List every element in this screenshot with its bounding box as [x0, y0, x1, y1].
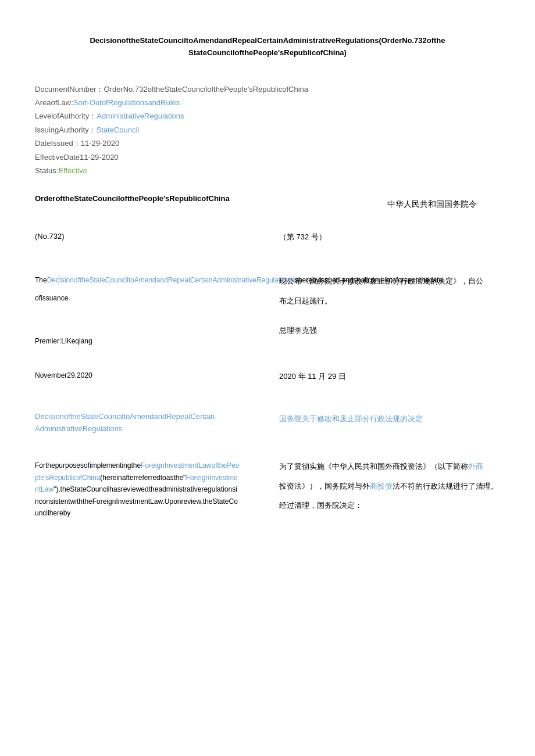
- section-title-section: DecisionoftheStateCounciltoAmendandRepea…: [35, 411, 500, 438]
- premier-cn: 总理李克强: [279, 324, 500, 337]
- order-number-left: (No.732): [35, 220, 268, 252]
- area-value[interactable]: Sort-OutofRegulationsandRules: [73, 96, 180, 109]
- main-title-line2: StateCouncilofthePeople'sRepublicofChina…: [35, 47, 500, 59]
- shangtouz-link[interactable]: 商投资: [370, 482, 393, 490]
- date-section: November29,2020 2020 年 11 月 29 日: [35, 370, 500, 389]
- document-number-row: DocumentNumber： OrderNo.732oftheStateCou…: [35, 83, 500, 96]
- effective-date-value: 11-29-2020: [80, 151, 119, 164]
- body2-cn-3: 法不符的行政法规进行了清理。: [393, 482, 498, 490]
- status-value: Effective: [58, 164, 87, 177]
- body-text-cn-1: 现公布《国务院关于修改和废止部分行政法规的决定》，自公: [279, 274, 500, 288]
- order-number-en: (No.732): [35, 232, 256, 241]
- doc-number-label: DocumentNumber：: [35, 83, 104, 96]
- premier-left: Premier:LiKeqiang: [35, 324, 268, 359]
- order-heading-cn: 中华人民共和国国务院令: [279, 199, 500, 210]
- effective-date-label: EffectiveDate: [35, 151, 80, 164]
- date-right: 2020 年 11 月 29 日: [268, 370, 500, 389]
- section-title-cn: 国务院关于修改和废止部分行政法规的决定: [279, 414, 500, 424]
- section-title-en: DecisionoftheStateCounciltoAmendandRepea…: [35, 411, 256, 435]
- body2-cn-line3: 经过清理，国务院决定：: [279, 499, 500, 512]
- body2-cn: 为了贯彻实施《中华人民共和国外商投资法》（以下简称外商: [279, 460, 500, 473]
- premier-section: Premier:LiKeqiang 总理李克强: [35, 324, 500, 359]
- body2-cn-2: 投资法》），国务院对与外: [279, 482, 370, 490]
- section-title-cn-link[interactable]: 国务院关于修改和废止部分行政法规的决定: [279, 414, 423, 423]
- section-title-en-1[interactable]: DecisionoftheStateCounciltoAmendandRepea…: [35, 412, 215, 421]
- body-section-2: ForthepurposesofimplementingtheForeignIn…: [35, 460, 500, 525]
- date-issued-label: DateIssued：: [35, 137, 81, 150]
- body2-en-part2: (hereinafterreferredtoasthe": [100, 474, 186, 482]
- body-left-1: TheDecisionoftheStaleCounciltoAmendandRe…: [35, 274, 268, 313]
- area-label: AreaofLaw:: [35, 96, 73, 109]
- premier-en: Premier:LiKeqiang: [35, 335, 256, 347]
- decision-link[interactable]: DecisionoftheStaleCounciltoAmendandRepea…: [47, 276, 294, 284]
- body-section-1: TheDecisionoftheStaleCounciltoAmendandRe…: [35, 274, 500, 313]
- body2-en-part4: nconsistentwiththeForeignInvestmentLaw.U…: [35, 497, 238, 506]
- section-title-left: DecisionoftheStateCounciltoAmendandRepea…: [35, 411, 268, 438]
- body2-en: ForthepurposesofimplementingtheForeignIn…: [35, 460, 256, 519]
- status-row: Status: Effective: [35, 164, 500, 177]
- level-authority-row: LevelofAuthority： AdministrativeRegulati…: [35, 109, 500, 123]
- date-issued-value: 11-29-2020: [81, 137, 120, 150]
- body2-cn-1: 为了贯彻实施《中华人民共和国外商投资法》（以下简称: [279, 462, 468, 471]
- waishang-link[interactable]: 外商: [468, 462, 483, 471]
- status-label: Status:: [35, 164, 58, 177]
- section-title-en-2[interactable]: AdministrativeRegulations: [35, 424, 122, 433]
- order-number-right: （第 732 号）: [268, 220, 500, 252]
- level-value[interactable]: AdministrativeRegulations: [97, 109, 184, 123]
- body-text-cn-2: 布之日起施行。: [279, 294, 500, 307]
- issuing-label: IssuingAuthority：: [35, 123, 97, 137]
- foreign-invest-link3[interactable]: ForeignInvestme: [186, 474, 237, 482]
- body2-en-part3: "),theStateCouncilhasreviewedtheadminist…: [54, 485, 237, 493]
- body-right-1: 现公布《国务院关于修改和废止部分行政法规的决定》，自公 布之日起施行。: [268, 274, 500, 313]
- body2-en-part1: Forthepurposesofimplementingthe: [35, 461, 141, 470]
- body2-right: 为了贯彻实施《中华人民共和国外商投资法》（以下简称外商 投资法》），国务院对与外…: [268, 460, 500, 525]
- foreign-invest-link4[interactable]: ntLaw: [35, 485, 54, 493]
- order-number-section: (No.732) （第 732 号）: [35, 220, 500, 252]
- order-number-cn: （第 732 号）: [279, 232, 500, 242]
- effective-date-row: EffectiveDate 11-29-2020: [35, 151, 500, 164]
- page-container: DecisionoftheStateCounciltoAmendandRepea…: [0, 0, 535, 756]
- doc-number-value: OrderNo.732oftheStateCouncilofthePeople'…: [104, 83, 309, 96]
- premier-right: 总理李克强: [268, 324, 500, 359]
- order-heading-section: OrderoftheStateCouncilofthePeople'sRepub…: [35, 194, 500, 210]
- section-title-right: 国务院关于修改和废止部分行政法规的决定: [268, 411, 500, 438]
- metadata-section: DocumentNumber： OrderNo.732oftheStateCou…: [35, 83, 500, 178]
- body2-en-part5: uncilhereby: [35, 509, 70, 517]
- body2-cn-line2: 投资法》），国务院对与外商投资法不符的行政法规进行了清理。: [279, 479, 500, 493]
- issuing-authority-row: IssuingAuthority： StateCouncil: [35, 123, 500, 137]
- level-label: LevelofAuthority：: [35, 109, 97, 123]
- main-title: DecisionoftheStateCounciltoAmendandRepea…: [35, 35, 500, 59]
- date-en: November29,2020: [35, 370, 256, 381]
- main-title-line1: DecisionoftheStateCounciltoAmendandRepea…: [35, 35, 500, 47]
- body2-left: ForthepurposesofimplementingtheForeignIn…: [35, 460, 268, 525]
- order-heading-left: OrderoftheStateCouncilofthePeople'sRepub…: [35, 194, 268, 210]
- date-issued-row: DateIssued： 11-29-2020: [35, 137, 500, 150]
- foreign-law-link1[interactable]: ForeignInvestmentLawofthePeo: [141, 461, 239, 470]
- body-text-en-part1: The: [35, 276, 47, 284]
- body-text-en: TheDecisionoftheStaleCounciltoAmendandRe…: [35, 274, 256, 286]
- body-text-en-3: ofissuance.: [35, 292, 256, 304]
- order-heading-en: OrderoftheStateCouncilofthePeople'sRepub…: [35, 194, 256, 204]
- date-left: November29,2020: [35, 370, 268, 389]
- foreign-law-link2[interactable]: ple'sRepublicofChina: [35, 474, 100, 482]
- order-heading-right: 中华人民共和国国务院令: [268, 194, 500, 210]
- date-cn: 2020 年 11 月 29 日: [279, 370, 500, 383]
- area-of-law-row: AreaofLaw: Sort-OutofRegulationsandRules: [35, 96, 500, 109]
- issuing-value[interactable]: StateCouncil: [97, 123, 140, 137]
